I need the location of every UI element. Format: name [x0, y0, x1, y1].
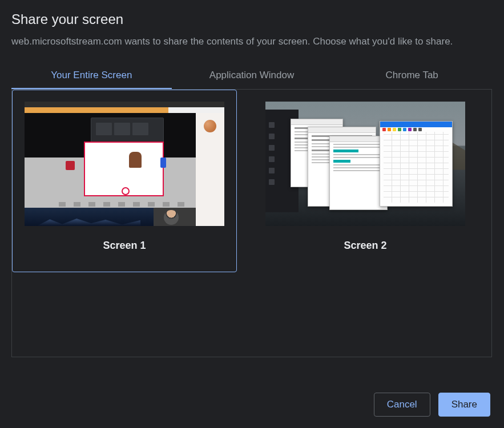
dialog-footer: Cancel Share — [374, 393, 490, 417]
screen-2-thumbnail — [265, 102, 465, 226]
tab-entire-screen[interactable]: Your Entire Screen — [11, 63, 172, 89]
screen-option-1[interactable]: Screen 1 — [12, 90, 237, 272]
share-button[interactable]: Share — [438, 393, 490, 417]
cancel-button[interactable]: Cancel — [374, 393, 430, 417]
share-source-tabs: Your Entire Screen Application Window Ch… — [11, 63, 492, 90]
screen-options: Screen 1 — [11, 90, 492, 357]
tab-chrome-tab[interactable]: Chrome Tab — [332, 63, 492, 89]
screen-2-label: Screen 2 — [259, 240, 471, 252]
screen-1-label: Screen 1 — [18, 240, 231, 252]
tab-application-window[interactable]: Application Window — [172, 63, 332, 89]
screen-1-thumbnail — [25, 102, 224, 226]
dialog-description: web.microsoftstream.com wants to share t… — [11, 34, 468, 49]
screen-option-2[interactable]: Screen 2 — [253, 90, 478, 272]
dialog-title: Share your screen — [11, 11, 493, 27]
